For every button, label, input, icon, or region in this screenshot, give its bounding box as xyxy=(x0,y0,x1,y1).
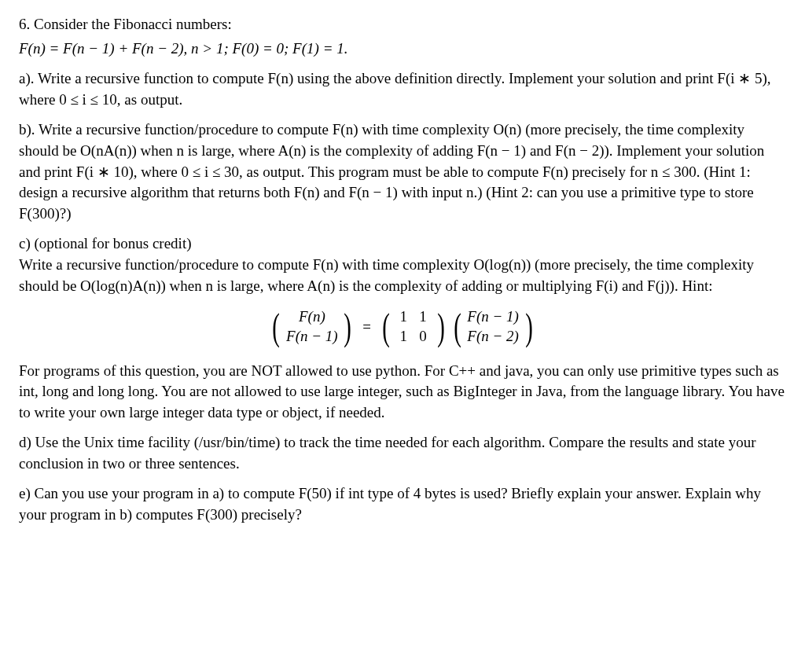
matrix-right-vector: F(n − 1) F(n − 2) xyxy=(467,307,519,346)
lparen-icon: ( xyxy=(382,308,390,346)
matrix-mid-r1c2: 1 xyxy=(415,307,431,327)
matrix-right-bottom: F(n − 2) xyxy=(467,327,519,347)
matrix-left-top: F(n) xyxy=(286,307,338,327)
part-a-text: a). Write a recursive function to comput… xyxy=(19,70,771,108)
matrix-middle: 1 1 1 0 xyxy=(395,307,431,346)
part-b-text: b). Write a recursive function/procedure… xyxy=(19,121,764,221)
matrix-right-top: F(n − 1) xyxy=(467,307,519,327)
matrix-equation: ( F(n) F(n − 1) ) = ( 1 1 1 0 ) ( F(n − … xyxy=(19,307,786,346)
matrix-mid-r1c1: 1 xyxy=(395,307,411,327)
part-a: a). Write a recursive function to comput… xyxy=(19,68,786,110)
constraints-text: For programs of this question, you are N… xyxy=(19,362,785,420)
lparen-icon: ( xyxy=(273,308,281,346)
fibonacci-definition-text: F(n) = F(n − 1) + F(n − 2), n > 1; F(0) … xyxy=(19,40,347,57)
matrix-left-bottom: F(n − 1) xyxy=(286,327,338,347)
part-e-text: e) Can you use your program in a) to com… xyxy=(19,485,761,523)
part-c-body: Write a recursive function/procedure to … xyxy=(19,255,786,296)
matrix-mid-r2c2: 0 xyxy=(415,327,431,347)
part-d: d) Use the Unix time facility (/usr/bin/… xyxy=(19,432,786,474)
rparen-icon: ) xyxy=(525,308,533,346)
equals-sign: = xyxy=(362,317,371,338)
matrix-left-vector: F(n) F(n − 1) xyxy=(286,307,338,346)
question-header-text: 6. Consider the Fibonacci numbers: xyxy=(19,16,232,32)
lparen-icon: ( xyxy=(454,308,461,346)
rparen-icon: ) xyxy=(344,308,352,346)
matrix-mid-r2c1: 1 xyxy=(395,327,411,347)
part-e: e) Can you use your program in a) to com… xyxy=(19,483,786,525)
part-b: b). Write a recursive function/procedure… xyxy=(19,119,786,224)
part-c: c) (optional for bonus credit) Write a r… xyxy=(19,233,786,296)
rparen-icon: ) xyxy=(437,308,445,346)
part-c-header: c) (optional for bonus credit) xyxy=(19,233,786,255)
question-header: 6. Consider the Fibonacci numbers: xyxy=(19,14,786,35)
fibonacci-definition: F(n) = F(n − 1) + F(n − 2), n > 1; F(0) … xyxy=(19,39,786,60)
constraints-paragraph: For programs of this question, you are N… xyxy=(19,361,786,424)
part-d-text: d) Use the Unix time facility (/usr/bin/… xyxy=(19,434,756,472)
